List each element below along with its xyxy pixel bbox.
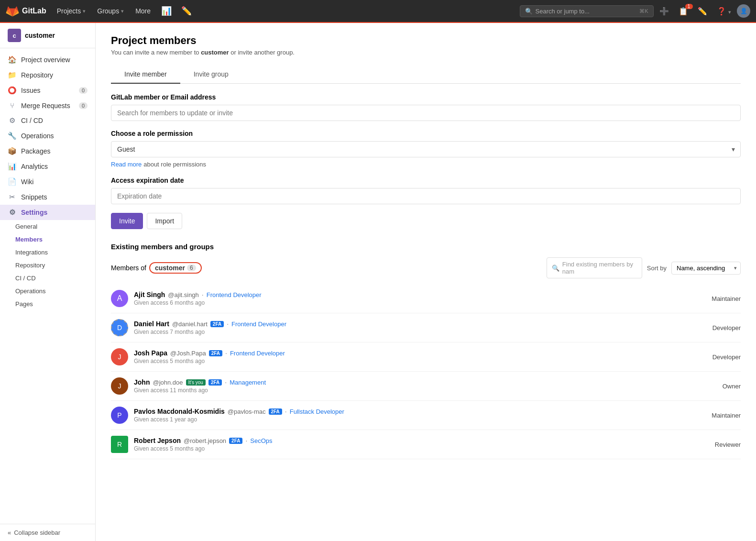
sidebar-subitem-general[interactable]: General [0,220,95,233]
subtitle-suffix: or invite another group. [229,49,295,56]
todo-icon[interactable]: 📋1 [675,5,692,18]
folder-icon: 📁 [8,71,16,79]
collapse-sidebar-btn[interactable]: « Collapse sidebar [0,524,95,541]
members-search-placeholder: Find existing members by nam [562,261,637,275]
sidebar-item-cicd[interactable]: ⚙ CI / CD [0,113,95,128]
expiration-input[interactable] [111,188,741,204]
topnav: GitLab Projects ▾ Groups ▾ More 📊 ✏️ 🔍 S… [0,0,756,23]
sidebar-item-repository[interactable]: 📁 Repository [0,67,95,83]
member-access-time: Given access 6 months ago [134,299,712,306]
you-badge: It's you [186,379,206,386]
member-name-row: Robert Jepson @robert.jepson 2FA · SecOp… [134,437,715,444]
read-more-link[interactable]: Read more [111,161,142,168]
sidebar-nav: 🏠 Project overview 📁 Repository ⭕ Issues… [0,48,95,524]
member-handle: @daniel.hart [172,320,208,328]
sidebar-project-header[interactable]: c customer [0,23,95,48]
help-icon[interactable]: ❓ ▾ [713,5,735,18]
sidebar-item-project-overview[interactable]: 🏠 Project overview [0,52,95,67]
sidebar-subitem-operations[interactable]: Operations [0,285,95,298]
member-role-tag: Fullstack Developer [290,408,344,415]
member-role-tag: Frontend Developer [230,350,285,357]
sidebar-item-snippets[interactable]: ✂ Snippets [0,189,95,205]
plus-icon[interactable]: ➕ [656,5,673,18]
sidebar-item-issues[interactable]: ⭕ Issues 0 [0,83,95,98]
nav-pen-icon[interactable]: ✏️ [177,4,196,18]
role-select[interactable]: Guest Reporter Developer Maintainer Owne… [111,141,741,157]
2fa-badge: 2FA [209,350,222,356]
read-more-suffix: about role permissions [143,161,206,168]
member-list: A Ajit Singh @ajit.singh · Frontend Deve… [111,284,741,459]
member-name-row: John @john.doe It's you 2FA · Management [134,378,723,386]
members-search-box[interactable]: 🔍 Find existing members by nam [547,257,642,278]
member-avatar: J [111,377,128,395]
2fa-badge: 2FA [269,409,282,415]
member-row: J Josh Papa @Josh.Papa 2FA · Frontend De… [111,342,741,372]
sidebar-subitem-members[interactable]: Members [0,233,95,246]
member-permission: Owner [723,383,741,390]
member-avatar: J [111,348,128,365]
member-name: Robert Jepson [134,437,181,444]
member-avatar: A [111,290,128,307]
sidebar-subitem-cicd[interactable]: CI / CD [0,272,95,285]
members-controls: Members of customer 6 🔍 Find existing me… [111,257,741,278]
member-search-input[interactable] [111,105,741,121]
member-role-tag: Frontend Developer [207,291,262,298]
search-shortcut: ⌘K [639,8,648,14]
search-placeholder: Search or jump to... [536,8,590,15]
member-name: Josh Papa [134,349,167,357]
chevron-left-icon: « [8,529,11,536]
sidebar-item-analytics[interactable]: 📊 Analytics [0,159,95,174]
sidebar-subitem-pages[interactable]: Pages [0,298,95,310]
sort-select[interactable]: Name, ascending Name, descending Last jo… [671,262,741,275]
import-button[interactable]: Import [147,213,182,229]
subtitle-prefix: You can invite a new member to [111,49,201,56]
sidebar-item-packages[interactable]: 📦 Packages [0,144,95,159]
gitlab-logo[interactable]: GitLab [6,4,46,18]
sidebar-label: CI / CD [21,117,43,124]
invite-button[interactable]: Invite [111,213,143,229]
page-subtitle: You can invite a new member to customer … [111,49,741,56]
project-title: customer [25,32,55,39]
analytics-icon: 📊 [8,162,16,171]
member-handle: @Josh.Papa [170,350,206,357]
member-info: Daniel Hart @daniel.hart 2FA · Frontend … [134,320,712,335]
sidebar-item-settings[interactable]: ⚙ Settings [0,205,95,220]
sidebar-subitem-integrations[interactable]: Integrations [0,246,95,259]
nav-activity-icon[interactable]: 📊 [157,4,175,18]
mr-count: 0 [79,102,88,109]
collapse-label: Collapse sidebar [14,529,60,536]
cicd-icon: ⚙ [8,116,16,125]
sidebar-item-operations[interactable]: 🔧 Operations [0,128,95,144]
role-select-wrapper: Guest Reporter Developer Maintainer Owne… [111,141,741,157]
user-avatar[interactable]: 👤 [737,4,750,18]
main-content: Project members You can invite a new mem… [96,23,756,541]
nav-more[interactable]: More [131,4,155,18]
nav-projects[interactable]: Projects ▾ [52,4,91,18]
member-name: John [134,378,150,386]
member-row: D Daniel Hart @daniel.hart 2FA · Fronten… [111,313,741,342]
member-name-row: Daniel Hart @daniel.hart 2FA · Frontend … [134,320,712,328]
nav-groups[interactable]: Groups ▾ [92,4,129,18]
sidebar-label: Issues [21,87,40,94]
tab-invite-member[interactable]: Invite member [111,66,180,84]
sidebar-label: Merge Requests [21,102,70,110]
sidebar-subitem-repository[interactable]: Repository [0,259,95,272]
sidebar-label: Project overview [21,56,70,64]
2fa-badge: 2FA [208,379,222,386]
tab-invite-group[interactable]: Invite group [180,66,242,84]
member-info: Pavlos Macdonald-Kosmidis @pavlos-mac 2F… [134,408,712,423]
member-access-time: Given access 1 year ago [134,416,712,423]
sidebar-item-merge-requests[interactable]: ⑂ Merge Requests 0 [0,98,95,113]
snippets-icon: ✂ [8,193,16,201]
sidebar-item-wiki[interactable]: 📄 Wiki [0,174,95,189]
edit-icon[interactable]: ✏️ [694,5,711,18]
member-label: GitLab member or Email address [111,93,741,101]
merge-icon: ⑂ [8,101,16,110]
member-access-time: Given access 11 months ago [134,387,723,394]
member-name-row: Pavlos Macdonald-Kosmidis @pavlos-mac 2F… [134,408,712,415]
app-layout: c customer 🏠 Project overview 📁 Reposito… [0,23,756,541]
sidebar-label: Wiki [21,178,33,186]
members-of-row: Members of customer 6 [111,262,202,274]
member-row: J John @john.doe It's you 2FA · Manageme… [111,372,741,401]
search-box[interactable]: 🔍 Search or jump to... ⌘K [520,5,654,17]
